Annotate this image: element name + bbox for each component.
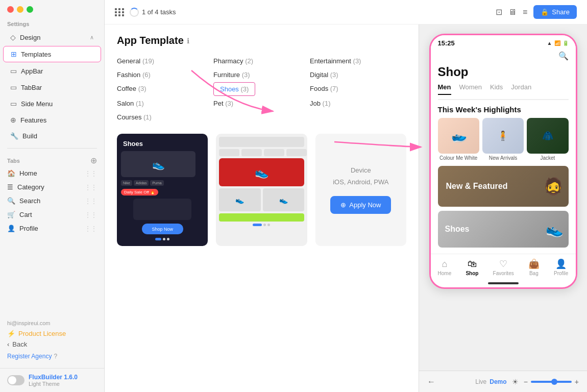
sidebar-item-sidemenu[interactable]: ▭ Side Menu <box>3 96 101 111</box>
back-nav-btn[interactable]: ← <box>427 377 435 386</box>
bottom-center-controls: Live Demo ☀ − + <box>475 378 579 386</box>
profile-tab-drag: ⋮⋮ <box>85 225 97 232</box>
highlight-3: 🧥 Jacket <box>527 118 568 161</box>
monitor-icon[interactable]: 🖥 <box>508 8 517 17</box>
template-2-bar <box>219 137 304 147</box>
list-icon[interactable]: ≡ <box>523 8 527 17</box>
sidebar-divider <box>7 148 97 149</box>
product-license-link[interactable]: ⚡ Product License <box>7 328 97 339</box>
phone-tab-women[interactable]: Women <box>459 83 482 95</box>
tab-search[interactable]: 🔍 Search ⋮⋮ <box>0 194 104 208</box>
templates-icon: ⊞ <box>11 50 17 58</box>
category-job[interactable]: Job (1) <box>310 97 406 110</box>
nav-bag-label: Bag <box>529 271 539 276</box>
phone-bottom-nav: ⌂ Home 🛍 Shop ♡ Favorites 👜 <box>431 254 576 280</box>
category-shoes[interactable]: Shoes (3) <box>213 82 255 96</box>
category-foods[interactable]: Foods (7) <box>310 82 406 96</box>
back-button[interactable]: ‹ Back <box>7 339 97 350</box>
demo-label[interactable]: Demo <box>490 378 506 385</box>
close-dot[interactable] <box>7 6 14 13</box>
theme-toggle-switch[interactable] <box>7 375 25 385</box>
category-courses[interactable]: Courses (1) <box>117 111 213 124</box>
category-digital[interactable]: Digital (3) <box>310 68 406 81</box>
sidebar-item-build[interactable]: 🔧 Build <box>3 129 101 143</box>
phone-search-row: 🔍 <box>431 49 576 63</box>
nav-home[interactable]: ⌂ Home <box>438 259 452 276</box>
tab-profile[interactable]: 👤 Profile ⋮⋮ <box>0 222 104 235</box>
template-card-1[interactable]: Shoes 👟 Nike Adidas Puma Daily Sale Off … <box>117 134 208 246</box>
zoom-in-button[interactable]: + <box>575 378 579 386</box>
shoe-img-area: 👟 <box>121 151 195 177</box>
phone-tab-kids[interactable]: Kids <box>490 83 503 95</box>
sidebar-item-design[interactable]: ◇ templates Design ∧ <box>3 30 101 45</box>
phone-time: 15:25 <box>438 39 455 47</box>
template-card-2[interactable]: 👟 👟 👟 <box>216 134 307 246</box>
register-agency-link[interactable]: Register Agency ? <box>7 350 97 363</box>
tab-home[interactable]: 🏠 Home ⋮⋮ <box>0 166 104 180</box>
zoom-slider[interactable] <box>531 381 572 383</box>
tab-category[interactable]: ☰ Category ⋮⋮ <box>0 180 104 194</box>
highlight-1: 👟 Colour Me White <box>438 118 479 161</box>
question-icon: ? <box>54 353 57 360</box>
category-furniture[interactable]: Furniture (3) <box>213 68 310 81</box>
nav-profile[interactable]: 👤 Profile <box>554 258 568 276</box>
cart-tab-icon: 🛒 <box>7 211 15 218</box>
sidebar-footer: hi@inspireui.com ⚡ Product License ‹ Bac… <box>0 315 104 368</box>
nav-shop-label: Shop <box>466 271 478 276</box>
category-pharmacy[interactable]: Pharmacy (2) <box>213 55 310 67</box>
sidebar-item-features[interactable]: ⊕ Features <box>3 112 101 128</box>
add-tab-button[interactable]: ⊕ <box>90 156 97 165</box>
sidebar-item-templates[interactable]: ⊞ Templates <box>3 46 101 62</box>
design-icon: ◇ <box>10 33 16 41</box>
sidebar-item-tabbar[interactable]: ▭ TabBar <box>3 80 101 95</box>
phone-search-icon[interactable]: 🔍 <box>558 51 569 61</box>
expand-icon[interactable]: ⊡ <box>496 7 502 17</box>
category-salon[interactable]: Salon (1) <box>117 97 213 110</box>
sidebar-item-sidemenu-label: Side Menu <box>21 100 53 108</box>
phone-tab-men[interactable]: Men <box>438 83 451 95</box>
shop-now-btn: Shop Now <box>142 224 183 234</box>
featured-banner: New & Featured 🧔 <box>438 166 569 207</box>
sidebar: Settings ◇ templates Design ∧ ⊞ Template… <box>0 0 105 392</box>
category-pet[interactable]: Pet (3) <box>213 97 310 110</box>
sidemenu-icon: ▭ <box>10 100 17 108</box>
share-button[interactable]: 🔒 Share <box>533 5 577 19</box>
template-card-device[interactable]: Device iOS, Android, PWA ⊕ Apply Now <box>315 134 406 246</box>
info-icon[interactable]: ℹ <box>187 37 189 45</box>
home-tab-drag: ⋮⋮ <box>85 170 97 177</box>
apply-now-button[interactable]: ⊕ Apply Now <box>330 196 391 214</box>
maximize-dot[interactable] <box>27 6 33 13</box>
back-label: Back <box>12 340 27 348</box>
phone-preview-panel: 15:25 ▲ 📶 🔋 🔍 Shop <box>419 24 587 392</box>
header-right: ⊡ 🖥 ≡ 🔒 Share <box>496 5 577 19</box>
traffic-lights <box>0 0 104 17</box>
nav-home-icon: ⌂ <box>442 259 447 270</box>
person-icon: 🧍 <box>497 130 508 141</box>
sun-icon[interactable]: ☀ <box>512 378 519 386</box>
highlight-label-3: Jacket <box>527 155 568 161</box>
category-coffee[interactable]: Coffee (3) <box>117 82 213 96</box>
home-tab-icon: 🏠 <box>7 169 15 177</box>
category-entertainment[interactable]: Entertainment (3) <box>310 55 406 67</box>
carousel-dots <box>121 236 204 242</box>
nav-bag[interactable]: 👜 Bag <box>528 258 540 276</box>
toggle-knob <box>8 376 16 384</box>
minimize-dot[interactable] <box>17 6 23 13</box>
sidebar-item-appbar[interactable]: ▭ AppBar <box>3 63 101 79</box>
zoom-out-button[interactable]: − <box>524 378 528 386</box>
category-fashion[interactable]: Fashion (6) <box>117 68 213 81</box>
phone-main-content: Shop Men Women Kids Jordan This Week's H… <box>431 63 576 248</box>
shoes-banner: Shoes 👟 <box>438 211 569 248</box>
phone-tab-jordan[interactable]: Jordan <box>511 83 531 95</box>
nav-shop[interactable]: 🛍 Shop <box>466 259 478 276</box>
sidebar-item-appbar-label: AppBar <box>21 67 43 75</box>
tab-cart[interactable]: 🛒 Cart ⋮⋮ <box>0 208 104 222</box>
plus-circle-icon: ⊕ <box>340 201 346 209</box>
category-general[interactable]: General (19) <box>117 55 213 67</box>
nav-favorites[interactable]: ♡ Favorites <box>493 258 514 276</box>
grid-menu-icon[interactable] <box>115 8 125 16</box>
live-label[interactable]: Live <box>475 378 486 385</box>
tabs-section-header: Tabs ⊕ <box>0 153 104 166</box>
tabs-label: Tabs <box>7 158 20 164</box>
phone-panel-inner: 15:25 ▲ 📶 🔋 🔍 Shop <box>419 24 587 371</box>
